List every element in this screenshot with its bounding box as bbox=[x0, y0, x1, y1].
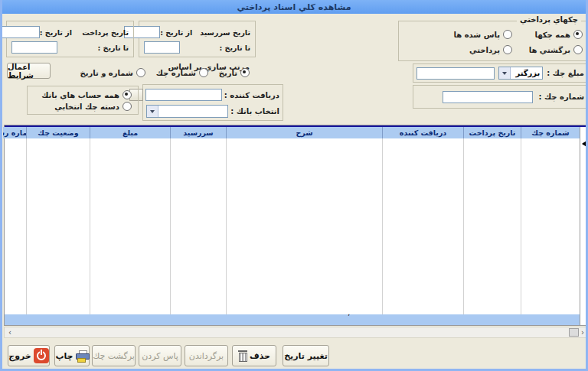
chevron-down-icon bbox=[147, 106, 158, 117]
selected-row[interactable]: ٬ bbox=[5, 314, 580, 325]
amount-input[interactable] bbox=[416, 67, 495, 80]
radio-icon bbox=[240, 68, 250, 77]
radio-icon bbox=[199, 68, 208, 77]
table-column bbox=[226, 138, 382, 325]
horizontal-scrollbar[interactable]: ‹ › bbox=[4, 327, 588, 338]
radio-sort-number[interactable]: شماره چك bbox=[156, 68, 208, 77]
scroll-right-icon[interactable]: › bbox=[577, 327, 588, 337]
amount-operator-combo[interactable]: بزرگتر bbox=[498, 67, 543, 80]
amount-panel: مبلغ چك : بزرگتر bbox=[413, 63, 588, 83]
table-column bbox=[382, 138, 463, 325]
pay-date-groupbox: تاريخ پرداخت از تاريخ : تا تاريخ : bbox=[6, 21, 134, 57]
radio-sort-number-date[interactable]: شماره و تاريخ bbox=[80, 68, 145, 77]
pay-date-to-input[interactable] bbox=[11, 41, 57, 54]
revert-button: برگرداندن bbox=[185, 345, 228, 366]
title-bar[interactable]: مشاهده كلي اسناد پرداختي bbox=[0, 0, 588, 14]
checks-table: شماره چك تاريخ پرداخت دريافت كننده شرح س… bbox=[4, 125, 588, 326]
check-number-panel: شماره چك : bbox=[413, 85, 588, 109]
check-types-groupbox: چكهاي پرداختي همه چكها پاس شده ها برگشتي… bbox=[398, 21, 588, 61]
column-header-description: شرح bbox=[226, 127, 382, 138]
amount-label: مبلغ چك : bbox=[547, 69, 584, 77]
radio-icon bbox=[122, 102, 132, 111]
column-header-pay-date: تاريخ پرداخت bbox=[463, 127, 521, 138]
column-header-due-date: سررسيد bbox=[170, 127, 226, 138]
pass-check-button: پاس كردن bbox=[139, 345, 181, 366]
chevron-down-icon bbox=[499, 67, 511, 79]
table-column bbox=[90, 138, 170, 325]
receiver-input[interactable] bbox=[145, 89, 222, 101]
check-types-title: چكهاي پرداختي bbox=[517, 15, 581, 24]
radio-sort-date[interactable]: تاريخ bbox=[219, 68, 250, 77]
table-column bbox=[26, 138, 90, 325]
table-body[interactable] bbox=[5, 138, 580, 325]
sort-options: تاريخ شماره چك شماره و تاريخ bbox=[75, 68, 250, 77]
receiver-bank-panel: دريافت كننده : انتخاب بانك : bbox=[142, 84, 283, 121]
pay-date-from-label: تاريخ پرداخت از تاريخ : bbox=[40, 28, 129, 37]
radio-icon bbox=[573, 30, 583, 39]
print-button[interactable]: چاپ bbox=[54, 345, 90, 366]
due-date-groupbox: تاريخ سررسيد از تاريخ : تا تاريخ : bbox=[139, 21, 256, 57]
table-column bbox=[463, 138, 521, 325]
due-date-from-label: تاريخ سررسيد از تاريخ : bbox=[160, 28, 250, 37]
accounts-groupbox: همه حساب هاي بانك دسته چك انتخابي bbox=[27, 86, 139, 115]
check-number-input[interactable] bbox=[443, 91, 533, 103]
radio-icon bbox=[136, 68, 145, 77]
radio-returned-checks[interactable]: برگشتي ها bbox=[512, 45, 583, 54]
amount-operator-value: بزرگتر bbox=[511, 69, 542, 77]
table-column bbox=[170, 138, 226, 325]
record-indicator-strip bbox=[580, 127, 588, 325]
exit-button[interactable]: خروج bbox=[8, 345, 50, 366]
radio-icon bbox=[503, 45, 512, 54]
column-header-receipt-number: شماره رس bbox=[3, 127, 26, 138]
due-date-to-label: تا تاريخ : bbox=[219, 44, 250, 52]
window-title: مشاهده كلي اسناد پرداختي bbox=[237, 2, 351, 12]
delete-button[interactable]: حذف bbox=[232, 345, 276, 366]
receiver-label: دريافت كننده : bbox=[224, 91, 279, 99]
radio-icon bbox=[573, 45, 583, 54]
current-record-arrow-icon bbox=[582, 141, 586, 147]
pay-date-to-label: تا تاريخ : bbox=[97, 44, 129, 52]
due-date-to-input[interactable] bbox=[144, 41, 180, 54]
return-check-button: برگشت چك bbox=[92, 345, 136, 366]
payment-documents-window: مشاهده كلي اسناد پرداختي چكهاي پرداختي ه… bbox=[0, 0, 588, 371]
radio-all-checks[interactable]: همه چكها bbox=[512, 30, 583, 39]
check-number-label: شماره چك : bbox=[539, 93, 584, 101]
power-off-icon bbox=[34, 348, 49, 363]
table-column bbox=[521, 138, 580, 325]
radio-icon bbox=[122, 90, 132, 99]
scroll-left-icon[interactable]: ‹ bbox=[5, 327, 15, 337]
radio-paid-checks[interactable]: پرداختي bbox=[469, 45, 512, 54]
pay-date-from-input[interactable] bbox=[0, 26, 40, 38]
radio-selected-checkbook[interactable]: دسته چك انتخابي bbox=[54, 102, 132, 111]
table-header-row: شماره چك تاريخ پرداخت دريافت كننده شرح س… bbox=[5, 127, 580, 138]
printer-icon bbox=[76, 350, 89, 362]
trash-icon bbox=[238, 350, 247, 361]
radio-icon bbox=[503, 30, 512, 39]
apply-filters-button[interactable]: اعمال شرايط bbox=[7, 63, 51, 79]
column-header-status: وضعيت چك bbox=[26, 127, 90, 138]
radio-all-bank-accounts[interactable]: همه حساب هاي بانك bbox=[41, 90, 132, 99]
bank-select-combo[interactable] bbox=[146, 105, 228, 118]
bank-label: انتخاب بانك : bbox=[230, 107, 279, 116]
column-header-check-number: شماره چك bbox=[521, 127, 580, 138]
column-header-amount: مبلغ bbox=[90, 127, 170, 138]
radio-cleared-checks[interactable]: پاس شده ها bbox=[454, 30, 512, 39]
row-marker: ٬ bbox=[348, 313, 350, 321]
table-column bbox=[3, 138, 26, 325]
column-header-receiver: دريافت كننده bbox=[382, 127, 463, 138]
change-date-button[interactable]: تغيير تاريخ bbox=[283, 345, 329, 366]
